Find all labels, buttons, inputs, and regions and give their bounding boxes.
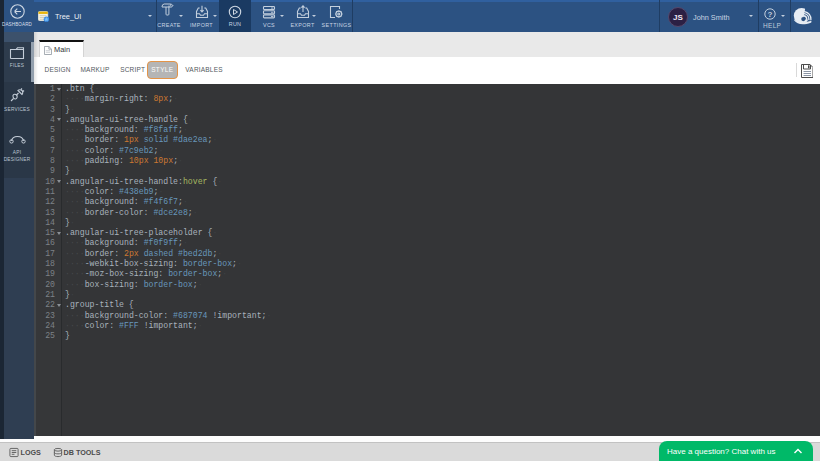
svg-text:?: ?	[768, 10, 773, 19]
